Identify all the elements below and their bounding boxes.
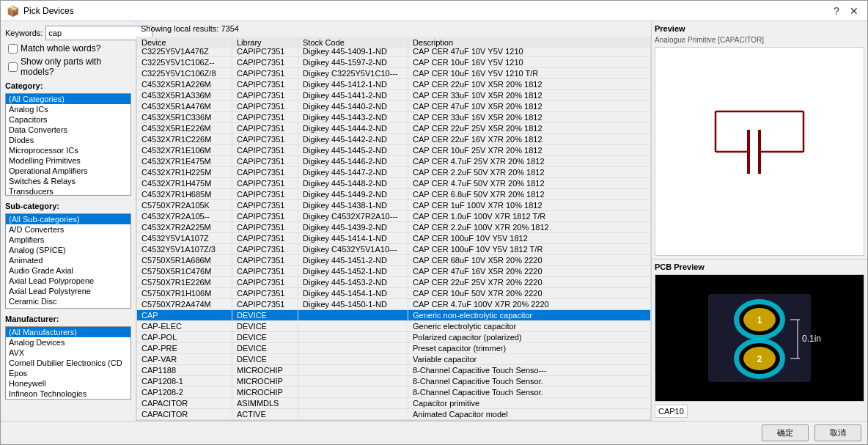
table-cell: CAP CER 6.8uF 50V X7R 20% 1812: [408, 189, 651, 200]
table-row[interactable]: C4532X5R1A476MCAPIPC7351Digikey 445-1440…: [137, 101, 651, 112]
table-cell: C4532X7R1E106M: [137, 145, 232, 156]
close-button[interactable]: ✕: [847, 4, 861, 18]
table-cell: [298, 321, 408, 332]
subcategory-item[interactable]: Animated: [6, 255, 130, 265]
manufacturer-item[interactable]: AVX: [6, 347, 130, 358]
manufacturer-item[interactable]: Kemet: [6, 399, 130, 400]
confirm-button[interactable]: 确定: [762, 424, 809, 441]
category-item[interactable]: Operational Amplifiers: [6, 166, 130, 176]
table-cell: Digikey C3225Y5V1C10---: [298, 68, 408, 79]
table-row[interactable]: CAPACITORASIMMDLSCapacitor primitive: [137, 398, 651, 409]
table-cell: CAP CER 1uF 100V X7R 10% 1812: [408, 200, 651, 211]
category-item[interactable]: Microprocessor ICs: [6, 145, 130, 155]
table-row[interactable]: C4532Y5V1A107ZCAPIPC7351Digikey 445-1414…: [137, 233, 651, 244]
category-item[interactable]: Capacitors: [6, 114, 130, 125]
subcategory-item[interactable]: Analog (SPICE): [6, 245, 130, 255]
table-cell: C5750X5R1A686M: [137, 255, 232, 266]
help-button[interactable]: ?: [829, 4, 844, 18]
table-row[interactable]: C4532X5R1E226MCAPIPC7351Digikey 445-1444…: [137, 123, 651, 134]
table-cell: [298, 398, 408, 409]
table-cell: CAPIPC7351: [232, 233, 298, 244]
table-cell: CAP CER 2.2uF 50V X7R 20% 1812: [408, 167, 651, 178]
table-cell: [298, 332, 408, 343]
subcategory-item[interactable]: Axial Lead Polypropene: [6, 276, 130, 286]
table-row[interactable]: C4532X5R1C336MCAPIPC7351Digikey 445-1443…: [137, 112, 651, 123]
manufacturer-item[interactable]: Analog Devices: [6, 337, 130, 347]
keywords-row: Keywords:: [5, 26, 131, 40]
table-row[interactable]: C4532X7R1E475MCAPIPC7351Digikey 445-1446…: [137, 156, 651, 167]
category-item[interactable]: Data Converters: [6, 125, 130, 135]
category-item[interactable]: Switches & Relays: [6, 176, 130, 186]
results-table-container[interactable]: Device Library Stock Code Description C3…: [136, 36, 651, 421]
table-row[interactable]: C5750X7R2A105KCAPIPC7351Digikey 445-1438…: [137, 200, 651, 211]
table-row[interactable]: CAP-VARDEVICEVariable capacitor: [137, 354, 651, 365]
table-row[interactable]: C4532X5R1A226MCAPIPC7351Digikey 445-1412…: [137, 79, 651, 90]
table-cell: Capacitor primitive: [408, 398, 651, 409]
subcategory-listbox[interactable]: (All Sub-categories)A/D ConvertersAmplif…: [5, 213, 131, 309]
table-row[interactable]: C5750X5R1C476MCAPIPC7351Digikey 445-1452…: [137, 266, 651, 277]
category-listbox[interactable]: (All Categories)Analog ICsCapacitorsData…: [5, 93, 131, 196]
table-row[interactable]: C4532X7R1H475MCAPIPC7351Digikey 445-1448…: [137, 178, 651, 189]
manufacturer-item[interactable]: Cornell Dubilier Electronics (CD: [6, 358, 130, 368]
manufacturer-listbox[interactable]: (All Manufacturers)Analog DevicesAVXCorn…: [5, 326, 131, 400]
table-row[interactable]: CAPACITORACTIVEAnimated Capacitor model: [137, 409, 651, 420]
table-cell: Digikey 445-1441-2-ND: [298, 90, 408, 101]
table-row[interactable]: C4532X7R2A105--CAPIPC7351Digikey C4532X7…: [137, 211, 651, 222]
col-header-device[interactable]: Device: [137, 36, 232, 48]
table-row[interactable]: C4532X7R1C226MCAPIPC7351Digikey 445-1442…: [137, 134, 651, 145]
table-row[interactable]: C4532Y5V1A107Z/3CAPIPC7351Digikey C4532Y…: [137, 244, 651, 255]
table-cell: CAPIPC7351: [232, 200, 298, 211]
table-row[interactable]: CAP1188MICROCHIP8-Channel Capacitive Tou…: [137, 365, 651, 376]
table-row[interactable]: C4532X7R2A225MCAPIPC7351Digikey 445-1439…: [137, 222, 651, 233]
table-row[interactable]: C5750X7R1E226MCAPIPC7351Digikey 445-1453…: [137, 277, 651, 288]
table-cell: CAPIPC7351: [232, 178, 298, 189]
table-cell: 8-Channel Capacitive Touch Senso---: [408, 365, 651, 376]
table-row[interactable]: C4532X5R1A336MCAPIPC7351Digikey 445-1441…: [137, 90, 651, 101]
table-row[interactable]: CAP1208-1MICROCHIP8-Channel Capacitive T…: [137, 376, 651, 387]
table-row[interactable]: C5750X7R1H106MCAPIPC7351Digikey 445-1454…: [137, 288, 651, 299]
table-cell: C4532X7R2A225M: [137, 222, 232, 233]
category-item[interactable]: (All Categories): [6, 94, 130, 104]
svg-text:1: 1: [757, 315, 762, 326]
table-row[interactable]: CAP-PREDEVICEPreset capacitor (trimmer): [137, 343, 651, 354]
subcategory-item[interactable]: (All Sub-categories): [6, 214, 130, 224]
table-row[interactable]: C4532X7R1H685MCAPIPC7351Digikey 445-1449…: [137, 189, 651, 200]
manufacturer-item[interactable]: (All Manufacturers): [6, 327, 130, 337]
table-cell: CAP1208-1: [137, 376, 232, 387]
category-item[interactable]: Analog ICs: [6, 104, 130, 114]
table-row[interactable]: C4532X7R1E106MCAPIPC7351Digikey 445-1445…: [137, 145, 651, 156]
table-cell: [298, 387, 408, 398]
table-cell: [298, 354, 408, 365]
subcategory-item[interactable]: Axial Lead Polystyrene: [6, 286, 130, 296]
category-item[interactable]: Diodes: [6, 135, 130, 145]
table-row[interactable]: C3225Y5V1C106Z--CAPIPC7351Digikey 445-15…: [137, 57, 651, 68]
manufacturer-item[interactable]: Honeywell: [6, 378, 130, 389]
manufacturer-item[interactable]: Infineon Technologies: [6, 389, 130, 399]
manufacturer-item[interactable]: Epos: [6, 368, 130, 378]
col-header-desc[interactable]: Description: [408, 36, 651, 48]
table-row[interactable]: CAP1208-2MICROCHIP8-Channel Capacitive T…: [137, 387, 651, 398]
show-models-checkbox[interactable]: [8, 62, 18, 72]
category-item[interactable]: Transducers: [6, 186, 130, 196]
cancel-button[interactable]: 取消: [814, 424, 861, 441]
table-row[interactable]: C5750X7R2A474MCAPIPC7351Digikey 445-1450…: [137, 299, 651, 310]
subcategory-item[interactable]: Amplifiers: [6, 235, 130, 245]
table-cell: CAP1188: [137, 365, 232, 376]
table-cell: CAP: [137, 310, 232, 321]
table-row[interactable]: C4532X7R1H225MCAPIPC7351Digikey 445-1447…: [137, 167, 651, 178]
category-item[interactable]: Modelling Primitives: [6, 155, 130, 166]
table-row[interactable]: CAP-ELECDEVICEGeneric electrolytic capac…: [137, 321, 651, 332]
table-cell: Digikey 445-1414-1-ND: [298, 233, 408, 244]
subcategory-item[interactable]: Audio Grade Axial: [6, 265, 130, 276]
table-row[interactable]: CAP-POLDEVICEPolarized capacitor (polari…: [137, 332, 651, 343]
subcategory-item[interactable]: Ceramic Disc: [6, 296, 130, 306]
match-whole-words-checkbox[interactable]: [8, 44, 18, 54]
col-header-stock[interactable]: Stock Code: [298, 36, 408, 48]
schematic-canvas: [655, 47, 864, 256]
table-row[interactable]: CAPDEVICEGeneric non-electrolytic capaci…: [137, 310, 651, 321]
col-header-library[interactable]: Library: [232, 36, 298, 48]
subcategory-item[interactable]: A/D Converters: [6, 224, 130, 235]
table-row[interactable]: C3225Y5V1C106Z/8CAPIPC7351Digikey C3225Y…: [137, 68, 651, 79]
table-cell: CAPIPC7351: [232, 90, 298, 101]
table-row[interactable]: C5750X5R1A686MCAPIPC7351Digikey 445-1451…: [137, 255, 651, 266]
